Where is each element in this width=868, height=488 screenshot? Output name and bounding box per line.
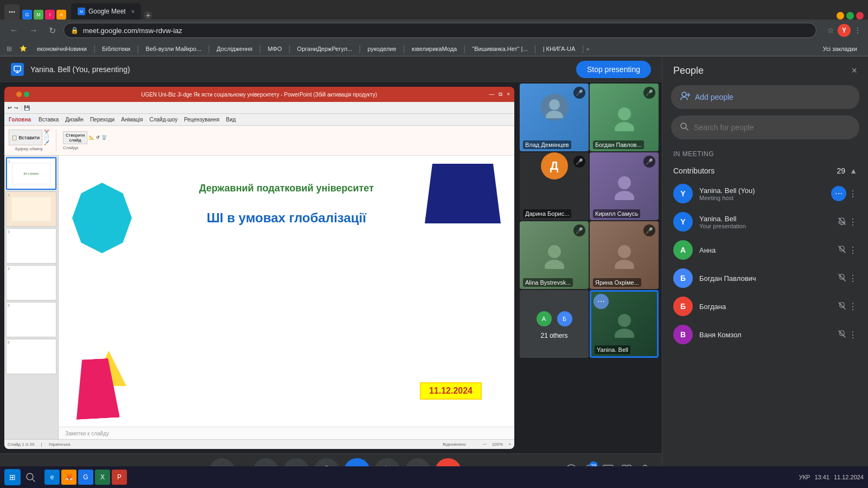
- video-tile-yaryna: 🎤 Ярина Охріме...: [590, 221, 659, 289]
- bookmark-vysh[interactable]: "Вишиванка.Нет" |...: [468, 44, 532, 53]
- bookmark-all[interactable]: Усі закладки: [819, 44, 861, 53]
- ext-icon-3[interactable]: I: [45, 10, 55, 20]
- ppt-undo-icon[interactable]: ↩: [8, 105, 12, 111]
- participant-more-btn-vanya[interactable]: ⋮: [848, 330, 857, 340]
- avatar-bogdana: Б: [673, 297, 693, 316]
- ppt-tab-view[interactable]: Вид: [222, 117, 239, 123]
- participant-more-btn-bogdan-pav[interactable]: ⋮: [848, 273, 857, 284]
- ext-icon-2[interactable]: M: [34, 10, 43, 20]
- participant-more-btn-anna[interactable]: ⋮: [848, 245, 857, 255]
- bookmark-ruk[interactable]: рукоделие: [363, 44, 400, 53]
- taskbar-firefox[interactable]: 🦊: [61, 470, 76, 485]
- svg-line-52: [686, 128, 688, 130]
- svg-point-59: [27, 473, 33, 480]
- ppt-close-btn[interactable]: ×: [507, 91, 510, 98]
- svg-rect-55: [840, 246, 844, 251]
- ppt-tab-slideshow[interactable]: Слайд-шоу: [146, 117, 181, 123]
- paste-button[interactable]: 📋 Вставити: [9, 130, 42, 145]
- add-people-button[interactable]: Add people: [671, 85, 859, 109]
- slide-thumb-4[interactable]: 4: [6, 265, 56, 300]
- bookmark-bib[interactable]: Бібліотеки: [98, 44, 135, 53]
- back-button[interactable]: ←: [7, 23, 22, 37]
- video-tile-alina: 🎤 Alina Bystrevsk...: [520, 221, 589, 289]
- bookmarks-more[interactable]: »: [586, 46, 590, 52]
- profile-icon[interactable]: Y: [838, 24, 851, 37]
- ppt-tab-transition[interactable]: Переходи: [87, 117, 118, 123]
- copy-button[interactable]: ✂️: [44, 130, 49, 134]
- windows-search-btn[interactable]: [23, 470, 38, 485]
- participant-more-btn-self[interactable]: ⋮: [848, 189, 857, 199]
- bookmark-web[interactable]: Веб-вузли Майкро...: [141, 44, 206, 53]
- apps-icon[interactable]: ⊞: [7, 45, 12, 53]
- slide-thumb-5[interactable]: 5: [6, 302, 56, 337]
- windows-taskbar: ⊞ e 🦊 G X P УКР 13:41 11.12.2024: [0, 466, 868, 488]
- participant-options-btn-self[interactable]: ⋯: [831, 186, 846, 201]
- windows-start-btn[interactable]: ⊞: [4, 469, 21, 485]
- bookmark-ekonom[interactable]: економічніНовини: [33, 44, 91, 53]
- settings-icon[interactable]: ⋮: [854, 26, 861, 35]
- ext-icon-4[interactable]: A: [56, 10, 66, 20]
- others-mini-avatar-1: А: [535, 310, 553, 328]
- panel-title: People: [673, 65, 704, 76]
- ribbon-clipboard-btns: 📋 Вставити ✂️ 📄 🖌️: [9, 130, 49, 145]
- taskbar-powerpoint[interactable]: P: [112, 470, 127, 485]
- info-bogdan-pav: Богдан Павлович: [699, 274, 831, 282]
- contributors-row[interactable]: Contributors 29 ▲: [662, 162, 868, 179]
- slide-group-btns: Створитислайд 📐 ↺ 🗑️: [63, 131, 107, 144]
- slide-thumb-6[interactable]: 6: [6, 339, 56, 374]
- star-icon[interactable]: ☆: [827, 26, 834, 35]
- participant-more-btn-bogdana[interactable]: ⋮: [848, 301, 857, 312]
- ppt-redo-icon[interactable]: ↪: [14, 105, 18, 111]
- taskbar-chrome[interactable]: G: [78, 470, 93, 485]
- stop-presenting-button[interactable]: Stop presenting: [576, 61, 651, 78]
- slide-thumb-3[interactable]: 3: [6, 228, 56, 264]
- panel-close-button[interactable]: ×: [851, 65, 857, 76]
- format-button[interactable]: 🖌️: [44, 140, 49, 145]
- video-tile-bogdan: 🎤 Богдан Павлов...: [590, 84, 659, 151]
- bookmark-star[interactable]: ⭐: [15, 44, 31, 53]
- tab-meet[interactable]: M Google Meet ×: [71, 3, 141, 20]
- window-maximize[interactable]: [846, 12, 854, 20]
- slide-title: Державний податковий університет: [199, 183, 374, 194]
- bookmark-knyga[interactable]: | КНИГА-UA: [539, 44, 580, 53]
- svg-point-8: [549, 99, 560, 110]
- ext-icon-1[interactable]: G: [22, 10, 32, 20]
- ppt-tab-main[interactable]: Головна: [4, 117, 35, 123]
- alina-name-label: Alina Bystrevsk...: [523, 278, 573, 287]
- ppt-tab-review[interactable]: Рецензування: [181, 117, 222, 123]
- self-options-btn[interactable]: ⋯: [593, 294, 609, 309]
- address-bar[interactable]: 🔒 meet.google.com/msw-rdvw-iaz: [63, 23, 816, 38]
- new-slide-button[interactable]: Створитислайд: [63, 131, 87, 144]
- window-close[interactable]: [856, 12, 864, 20]
- language-status: Українська: [49, 442, 71, 447]
- participant-more-btn-self-pres[interactable]: ⋮: [848, 217, 857, 227]
- taskbar-excel[interactable]: X: [95, 470, 110, 485]
- window-minimize[interactable]: [837, 12, 844, 20]
- tab-new-btn[interactable]: +: [144, 11, 152, 20]
- ppt-save-icon[interactable]: 💾: [24, 105, 30, 111]
- bookmark-organ[interactable]: ОрганиДержРегул...: [293, 44, 357, 53]
- browser-menu-icon[interactable]: [4, 4, 20, 20]
- zoom-in-btn[interactable]: +: [508, 442, 511, 447]
- bookmark-juv[interactable]: ювелирикаМода: [407, 44, 461, 53]
- slide-thumb-1[interactable]: 1 ШІ в умовах: [6, 157, 56, 190]
- ppt-tab-design[interactable]: Дизайн: [62, 117, 87, 123]
- reload-button[interactable]: ↻: [46, 23, 59, 38]
- tab-close-meet[interactable]: ×: [131, 8, 135, 15]
- forward-button[interactable]: →: [26, 23, 41, 37]
- bookmark-doslidzh[interactable]: Дослідження: [212, 44, 257, 53]
- name-vanya: Ваня Комзол: [699, 331, 831, 339]
- taskbar-edge[interactable]: e: [44, 470, 60, 485]
- ppt-restore-btn[interactable]: ⧉: [499, 91, 502, 98]
- reset-button[interactable]: ↺: [96, 131, 100, 144]
- cut-button[interactable]: 📄: [44, 135, 49, 140]
- ppt-minimize-btn[interactable]: —: [489, 91, 494, 98]
- search-people-input[interactable]: [694, 123, 851, 132]
- ppt-tab-anim[interactable]: Анімація: [118, 117, 146, 123]
- delete-slide-btn[interactable]: 🗑️: [101, 131, 107, 144]
- zoom-out-btn[interactable]: ─: [483, 442, 487, 447]
- layout-button[interactable]: 📐: [89, 131, 94, 144]
- bookmark-mfo[interactable]: МФО: [263, 44, 286, 53]
- slide-thumb-2[interactable]: 2: [6, 191, 56, 227]
- ppt-tab-insert[interactable]: Вставка: [35, 117, 62, 123]
